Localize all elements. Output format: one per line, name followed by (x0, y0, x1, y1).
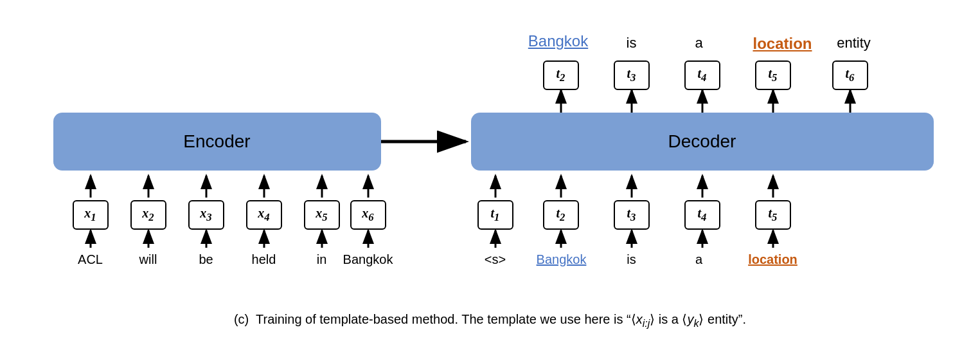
token-box-t3-in: t3 (614, 200, 650, 230)
caption-xi-sub: i:j (643, 318, 650, 329)
token-box-x6: x6 (350, 200, 386, 230)
word-bangkok-enc: Bangkok (332, 252, 404, 267)
token-box-t1-in: t1 (477, 200, 513, 230)
word-bangkok-dec-in: Bangkok (526, 252, 597, 267)
decoder-block: Decoder (471, 113, 934, 171)
decoder-label: Decoder (668, 131, 736, 152)
token-box-t5-out: t5 (755, 60, 791, 90)
diagram-area: Encoder Decoder x1 x2 x3 x4 x5 x6 (34, 13, 947, 309)
word-will: will (129, 252, 168, 267)
word-be: be (192, 252, 220, 267)
word-in: in (310, 252, 334, 267)
caption-middle: ⟩ is a ⟨ (650, 312, 687, 326)
caption-prefix: (c) Training of template-based method. T… (234, 312, 636, 326)
caption-xi: x (636, 312, 643, 326)
encoder-label: Encoder (183, 131, 250, 152)
word-held: held (246, 252, 282, 267)
caption-yk: y (687, 312, 693, 326)
out-label-a: a (690, 35, 709, 51)
token-box-t2-in: t2 (543, 200, 579, 230)
token-box-t2-out: t2 (543, 60, 579, 90)
token-box-t5-in: t5 (755, 200, 791, 230)
token-box-t4-in: t4 (684, 200, 720, 230)
token-box-x5: x5 (304, 200, 340, 230)
token-box-x2: x2 (130, 200, 166, 230)
word-a-dec-in: a (690, 252, 709, 267)
word-acl: ACL (73, 252, 109, 267)
token-box-x4: x4 (246, 200, 282, 230)
encoder-block: Encoder (53, 113, 381, 171)
out-label-bangkok: Bangkok (520, 32, 597, 50)
out-label-entity: entity (828, 35, 880, 51)
diagram-container: Encoder Decoder x1 x2 x3 x4 x5 x6 (0, 0, 980, 352)
token-box-x1: x1 (73, 200, 109, 230)
token-box-t3-out: t3 (614, 60, 650, 90)
word-location-dec-in: location (735, 252, 812, 267)
token-box-t6-out: t6 (832, 60, 868, 90)
caption: (c) Training of template-based method. T… (234, 311, 746, 329)
word-is-dec-in: is (619, 252, 645, 267)
token-box-x3: x3 (188, 200, 224, 230)
caption-suffix: ⟩ entity”. (699, 312, 746, 326)
token-box-t4-out: t4 (684, 60, 720, 90)
out-label-location: location (741, 35, 824, 53)
word-s: <s> (476, 252, 515, 267)
out-label-is: is (618, 35, 646, 51)
